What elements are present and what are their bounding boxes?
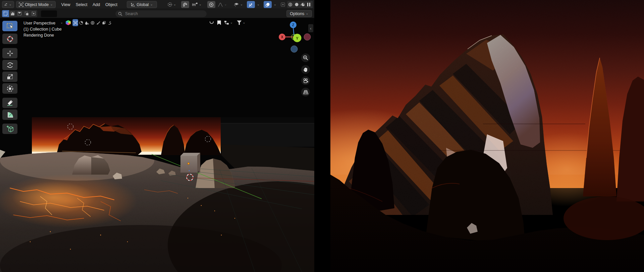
display-mode-dropdown[interactable]: ⌄ (223, 19, 234, 26)
cube-object[interactable] (180, 153, 200, 173)
chevron-down-icon: ⌄ (173, 3, 176, 6)
pane-divider[interactable] (314, 0, 330, 272)
mesh-hexagon-icon (66, 20, 71, 25)
zoom-magnifier-icon (303, 55, 308, 60)
arc-region-button[interactable] (208, 19, 215, 26)
zoom-view-button[interactable] (301, 53, 310, 62)
brush-icon (96, 21, 100, 25)
mesh-data-button[interactable] (65, 19, 71, 26)
mode-dropdown[interactable]: Object Mode ⌄ (16, 1, 56, 8)
proportional-falloff-dropdown[interactable]: ⌄ (216, 1, 229, 8)
navigation-gizmo[interactable]: Z X Y (278, 19, 313, 54)
options-label: Options (290, 11, 304, 16)
chevron-down-icon: ⌄ (150, 3, 153, 6)
tool-rotate[interactable] (2, 60, 17, 70)
bookmark-button[interactable] (216, 19, 222, 26)
shading-wireframe-button[interactable] (287, 1, 293, 8)
blender-window: ⌄ Object Mode ⌄ View Select Add Object G… (0, 0, 644, 272)
menu-object[interactable]: Object (104, 1, 119, 8)
tool-header-field[interactable] (41, 10, 57, 17)
tool-move[interactable] (2, 48, 17, 58)
options-dropdown[interactable]: Options ⌄ (286, 10, 312, 17)
pause-icon (307, 3, 310, 6)
tool-transform[interactable] (2, 83, 17, 94)
tool-select-box[interactable] (2, 21, 17, 31)
gizmo-y-axis[interactable]: Y (293, 34, 302, 42)
select-mode-new-button[interactable] (2, 10, 9, 17)
filter-duplicate-toggle[interactable] (101, 19, 107, 26)
camera-view-button[interactable] (301, 76, 310, 85)
select-mode-extend-button[interactable] (9, 10, 16, 17)
select-mode-invert-button[interactable] (23, 10, 30, 17)
filter-paint-toggle[interactable] (95, 19, 101, 26)
editor-type-button[interactable]: ⌄ (2, 1, 14, 8)
menu-view[interactable]: View (60, 1, 72, 8)
chevron-down-icon: ⌄ (257, 3, 260, 6)
camera-icon (303, 78, 309, 84)
tool-scale[interactable] (2, 72, 17, 82)
pivot-point-dropdown[interactable]: ⌄ (165, 1, 178, 8)
svg-text:Y: Y (296, 36, 299, 40)
filter-sphere-toggle[interactable] (78, 19, 84, 26)
filter-world-toggle[interactable] (90, 19, 95, 26)
show-overlays-dropdown[interactable]: ⌄ (272, 1, 278, 8)
droplet-icon (85, 21, 89, 25)
quarter-sphere-icon (79, 21, 83, 25)
filter-dropdown[interactable]: ⌄ (235, 19, 247, 26)
shading-dropdown[interactable]: ⌄ (298, 1, 303, 8)
orientation-label: Global (137, 2, 149, 7)
pause-render-button[interactable] (305, 1, 313, 8)
pivot-point-icon (167, 2, 172, 7)
select-mode-intersect-button[interactable] (30, 10, 37, 17)
gizmo-z-axis[interactable]: Z (290, 21, 297, 28)
measure-icon (6, 111, 14, 119)
chevron-down-icon: ⌄ (9, 3, 12, 6)
proportional-editing-toggle[interactable] (207, 1, 215, 8)
chevron-down-icon: ⌄ (243, 21, 245, 24)
filter-select-toggle[interactable] (72, 19, 78, 26)
pan-view-button[interactable] (301, 65, 310, 74)
viewport-perspective-label: User Perspective (23, 21, 55, 26)
search-icon (118, 12, 122, 16)
gizmo-x-axis[interactable]: X (279, 34, 285, 40)
xray-icon (281, 2, 285, 7)
bookmark-icon (217, 20, 221, 25)
sidebar-collapse-arrow[interactable]: ‹ (308, 24, 313, 32)
gizmo-z-negative[interactable] (291, 46, 298, 52)
show-gizmo-dropdown[interactable]: ⌄ (255, 1, 261, 8)
filter-fluid-toggle[interactable] (84, 19, 90, 26)
chevron-down-icon: ⌄ (306, 12, 308, 15)
rotate-icon (6, 61, 14, 69)
select-box-icon (6, 23, 14, 30)
select-mode-subtract-button[interactable] (16, 10, 23, 17)
snap-increment-icon (192, 2, 198, 7)
chevron-down-icon: ⌄ (199, 3, 202, 6)
menu-add[interactable]: Add (91, 1, 101, 8)
search-input[interactable] (124, 11, 195, 16)
tool-cursor[interactable] (2, 34, 17, 44)
show-gizmo-toggle[interactable] (247, 1, 255, 8)
search-field[interactable] (115, 10, 207, 17)
xray-toggle[interactable] (279, 1, 286, 8)
snap-target-dropdown[interactable]: ⌄ (190, 1, 204, 8)
transform-orientation-dropdown[interactable]: Global ⌄ (127, 1, 157, 8)
menu-select[interactable]: Select (74, 1, 89, 8)
filter-funnel-icon (237, 20, 241, 25)
tool-settings-bar: ⌄ (0, 9, 314, 18)
show-overlays-toggle[interactable] (264, 1, 272, 8)
toggle-ortho-button[interactable] (301, 88, 310, 96)
tool-annotate[interactable] (2, 98, 17, 108)
snap-toggle[interactable] (181, 1, 189, 8)
tool-add-cube[interactable] (2, 124, 17, 134)
filter-hook-toggle[interactable] (107, 19, 112, 26)
dataset-collapse-chevron[interactable]: ⌄ (59, 19, 64, 26)
editor-3d-viewport-icon (4, 2, 8, 7)
object-visibility-dropdown[interactable]: ⌄ (231, 1, 245, 8)
object-mode-icon (19, 2, 23, 7)
move-icon (6, 50, 14, 57)
viewport-3d-scene[interactable] (0, 18, 314, 272)
gizmo-x-negative[interactable] (304, 34, 311, 40)
tool-measure[interactable] (2, 109, 17, 120)
perspective-grid-icon (303, 90, 309, 95)
viewport-header: ⌄ Object Mode ⌄ View Select Add Object G… (0, 0, 314, 9)
